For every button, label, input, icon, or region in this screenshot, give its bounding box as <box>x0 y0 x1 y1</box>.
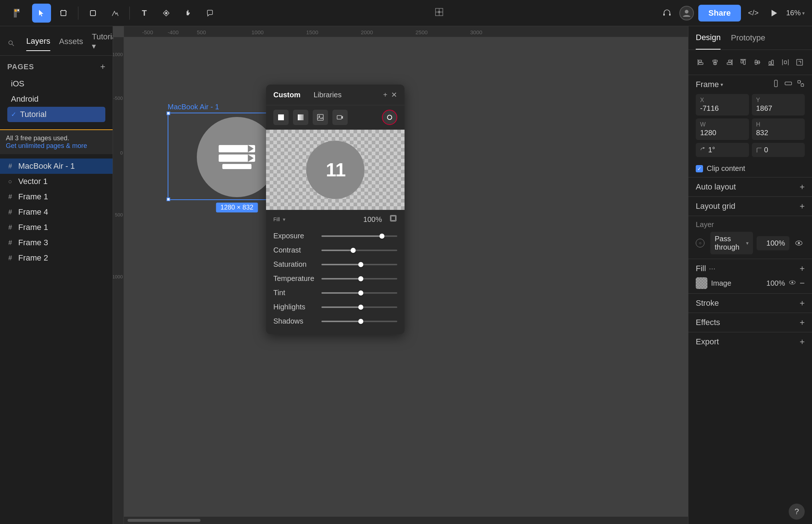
adj-icon-gradient[interactable] <box>293 110 308 125</box>
device-portrait-icon[interactable] <box>772 79 780 90</box>
layer-opacity-input[interactable]: 100% <box>757 236 789 250</box>
comment-tool[interactable] <box>200 4 219 23</box>
fill-swatch[interactable] <box>696 277 707 289</box>
fill-visibility-toggle[interactable] <box>789 279 796 287</box>
temperature-track[interactable] <box>321 278 397 279</box>
prop-rotation[interactable]: 1° <box>696 143 749 157</box>
prop-h-value: 832 <box>756 129 801 137</box>
share-button[interactable]: Share <box>698 5 741 21</box>
canvas-area[interactable]: -500 -400 500 1000 1500 2000 2500 3000 -… <box>113 26 688 524</box>
promo-link[interactable]: Get unlimited pages & more <box>6 142 107 150</box>
align-left-btn[interactable] <box>696 56 706 69</box>
code-view-btn[interactable]: </> <box>745 5 761 21</box>
layer-macbook[interactable]: # MacBook Air - 1 <box>0 159 113 174</box>
shape-tool[interactable] <box>83 4 102 23</box>
resize-btn[interactable] <box>794 56 805 69</box>
frame-handle-tl[interactable] <box>167 112 170 115</box>
page-item-android[interactable]: Android <box>7 91 105 107</box>
layer-frame4[interactable]: # Frame 4 <box>0 204 113 220</box>
headphones-btn[interactable] <box>659 5 675 21</box>
export-add-btn[interactable]: + <box>800 337 805 347</box>
saturation-track[interactable] <box>321 264 397 265</box>
align-center-v-btn[interactable] <box>752 56 763 69</box>
prop-y[interactable]: Y 1867 <box>752 94 805 116</box>
prop-w[interactable]: W 1280 <box>696 118 749 140</box>
clip-content-checkbox[interactable]: ✓ <box>696 165 703 172</box>
adj-panel-header: Custom Libraries + ✕ <box>266 85 405 105</box>
contrast-track[interactable] <box>321 250 397 251</box>
align-bottom-btn[interactable] <box>766 56 777 69</box>
tab-layers[interactable]: Layers <box>26 36 50 51</box>
sidebar-tabs: Layers Assets Tutorial ▾ <box>0 26 113 56</box>
auto-layout-add[interactable]: + <box>800 182 805 192</box>
app-logo[interactable] <box>7 4 26 23</box>
pen-tool[interactable] <box>105 4 124 23</box>
search-icon[interactable] <box>7 39 15 48</box>
adj-sliders: Exposure Contrast Saturation <box>266 229 405 328</box>
layer-frame3[interactable]: # Frame 3 <box>0 235 113 250</box>
right-tab-prototype[interactable]: Prototype <box>731 27 765 49</box>
component-tool[interactable] <box>157 4 176 23</box>
layer-frame1a[interactable]: # Frame 1 <box>0 189 113 204</box>
adj-icon-image[interactable] <box>313 110 328 125</box>
layer-frame1b[interactable]: # Frame 1 <box>0 220 113 235</box>
tint-track[interactable] <box>321 292 397 294</box>
adj-tab-custom[interactable]: Custom <box>273 91 300 99</box>
adj-fill-dropdown[interactable]: Fill ▾ <box>273 216 285 222</box>
page-item-ios[interactable]: iOS <box>7 76 105 91</box>
stroke-add-btn[interactable]: + <box>800 298 805 308</box>
text-tool[interactable]: T <box>135 4 154 23</box>
scrollbar-thumb[interactable] <box>128 519 200 522</box>
layer-vector1[interactable]: ○ Vector 1 <box>0 174 113 189</box>
fill-remove-btn[interactable]: − <box>800 278 805 288</box>
highlights-track[interactable] <box>321 306 397 308</box>
prop-h[interactable]: H 832 <box>752 118 805 140</box>
layer-visibility-toggle[interactable] <box>793 240 805 246</box>
resize-scale-icon[interactable] <box>797 79 805 90</box>
svg-point-54 <box>791 281 793 283</box>
frame-dropdown[interactable]: Frame ▾ <box>696 80 723 89</box>
device-landscape-icon[interactable] <box>784 79 792 90</box>
fill-dots[interactable]: ⋯ <box>709 265 715 273</box>
promo-banner: All 3 free pages used. Get unlimited pag… <box>0 129 113 154</box>
align-distribute-h-btn[interactable] <box>780 56 791 69</box>
canvas-scrollbar-h[interactable] <box>124 517 688 524</box>
adj-close-btn[interactable]: ✕ <box>391 90 397 99</box>
adj-icon-solid[interactable] <box>273 110 289 125</box>
shadows-track[interactable] <box>321 321 397 322</box>
adj-add-btn[interactable]: + <box>383 91 387 99</box>
auto-layout-row: Auto layout + <box>688 177 812 196</box>
adj-icon-video[interactable] <box>332 110 348 125</box>
page-item-tutorial[interactable]: ✓ Tutorial <box>7 107 105 122</box>
layer-frame2[interactable]: # Frame 2 <box>0 250 113 266</box>
tab-assets[interactable]: Assets <box>59 37 83 51</box>
prop-x[interactable]: X -7116 <box>696 94 749 116</box>
frame-size-badge: 1280 × 832 <box>216 203 258 212</box>
frame-section-label: Frame <box>696 80 719 89</box>
adj-tab-libraries[interactable]: Libraries <box>313 91 341 99</box>
select-tool[interactable] <box>32 4 51 23</box>
right-tab-design[interactable]: Design <box>696 26 721 50</box>
fill-add-btn[interactable]: + <box>800 263 805 274</box>
layer-mode-dropdown[interactable]: Pass through ▾ <box>710 232 753 254</box>
help-button[interactable]: ? <box>789 504 805 520</box>
adj-fill-icon[interactable] <box>389 214 397 224</box>
prop-corner[interactable]: 0 <box>752 143 805 157</box>
hand-tool[interactable] <box>179 4 198 23</box>
layout-grid-add[interactable]: + <box>800 201 805 211</box>
align-right-btn[interactable] <box>724 56 734 69</box>
svg-line-14 <box>12 44 14 46</box>
svg-rect-47 <box>798 81 800 83</box>
user-avatar[interactable] <box>679 6 694 20</box>
effects-add-btn[interactable]: + <box>800 317 805 328</box>
align-center-h-btn[interactable] <box>710 56 721 69</box>
pages-add-btn[interactable]: + <box>100 62 105 72</box>
exposure-track[interactable] <box>321 235 397 237</box>
play-btn[interactable] <box>766 5 782 21</box>
frame-handle-bl[interactable] <box>167 198 170 201</box>
saturation-label: Saturation <box>273 260 317 269</box>
frame-tool[interactable] <box>54 4 73 23</box>
zoom-control[interactable]: 16% ▾ <box>786 9 805 17</box>
align-top-btn[interactable] <box>738 56 749 69</box>
adj-icon-circle-selected[interactable] <box>382 110 397 125</box>
